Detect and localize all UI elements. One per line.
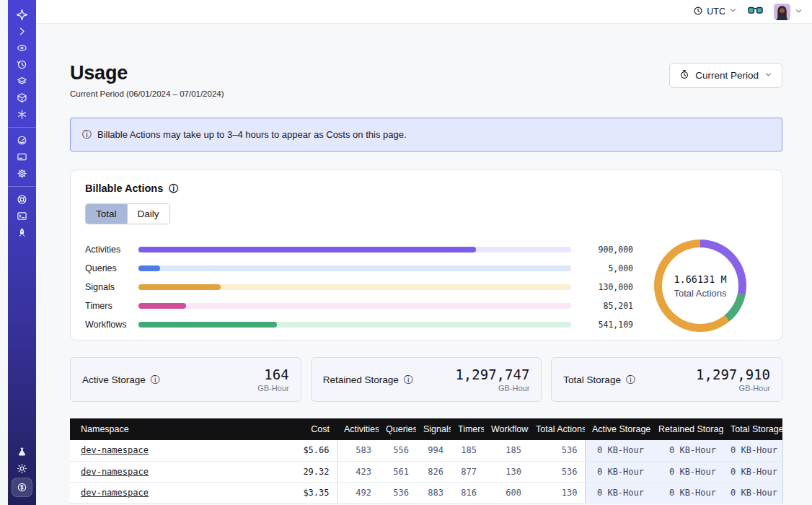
value-cell: $3.35 — [272, 482, 337, 503]
user-menu[interactable] — [774, 4, 803, 20]
value-cell: 883 — [416, 482, 451, 503]
namespace-link[interactable]: dev-namespace — [81, 467, 149, 477]
settings-gear-icon[interactable] — [8, 166, 36, 181]
info-banner: ⓘ Billable Actions may take up to 3–4 ho… — [70, 118, 782, 152]
donut-caption: Total Actions — [674, 288, 727, 299]
bar-label: Signals — [85, 282, 138, 292]
storage-card-value-group: 1,297,910GB-Hour — [696, 366, 770, 392]
namespace-cell: dev-namespace — [70, 461, 272, 482]
theme-sun-icon[interactable] — [8, 461, 36, 476]
storage-card-value: 1,297,910 — [696, 366, 770, 382]
sidebar-divider — [8, 127, 36, 128]
namespace-usage-table-wrap: NamespaceCostActivitiesQueriesSignalsTim… — [70, 418, 782, 504]
page-subtitle: Current Period (06/01/2024 – 07/01/2024) — [70, 89, 224, 98]
clock-icon — [693, 6, 703, 18]
bar-fill — [138, 284, 221, 290]
value-cell: 556 — [379, 440, 416, 461]
col-header-retained-storage: Retained Storage — [651, 418, 723, 440]
bar-row-workflows: Workflows541,109 — [85, 315, 633, 334]
value-cell: 816 — [451, 482, 484, 503]
cube-icon[interactable] — [8, 90, 36, 105]
bar-track — [138, 322, 571, 328]
col-header-workflows: Workflows — [484, 418, 529, 440]
value-cell: 423 — [337, 461, 379, 482]
storage-card-label-text: Total Storage — [563, 374, 621, 385]
main-content: Usage Current Period (06/01/2024 – 07/01… — [36, 24, 812, 505]
info-banner-text: Billable Actions may take up to 3–4 hour… — [97, 129, 407, 140]
total-storage-card: Total Storageⓘ1,297,910GB-Hour — [551, 357, 782, 402]
value-cell: 536 — [529, 461, 585, 482]
value-cell: 0 KB-Hour — [585, 440, 651, 461]
value-cell: 29.32 — [272, 461, 337, 482]
storage-summary-cards: Active Storageⓘ164GB-HourRetained Storag… — [70, 357, 782, 402]
col-header-activities: Activities — [337, 418, 379, 440]
namespace-cell: dev-namespace — [70, 482, 272, 503]
table-row: dev-namespace29.324235618268771305360 KB… — [70, 461, 782, 482]
namespace-link[interactable]: dev-namespace — [81, 488, 149, 498]
bar-label: Queries — [85, 263, 138, 273]
bar-fill — [138, 322, 277, 328]
value-cell: 994 — [416, 440, 451, 461]
bar-row-queries: Queries5,000 — [85, 259, 633, 278]
col-header-cost: Cost — [272, 418, 337, 440]
support-lifebuoy-icon[interactable] — [8, 192, 36, 207]
rocket-icon[interactable] — [8, 225, 36, 240]
namespace-link[interactable]: dev-namespace — [81, 445, 149, 455]
donut-total-value: 1.66131 M — [674, 273, 726, 285]
storage-card-value: 164 — [257, 366, 288, 382]
bar-track — [138, 303, 571, 309]
bar-row-signals: Signals130,000 — [85, 278, 633, 297]
info-icon[interactable]: ⓘ — [626, 375, 635, 385]
chevron-right-icon[interactable] — [8, 24, 36, 39]
namespace-cell: dev-namespace — [70, 440, 272, 461]
billable-actions-card: Billable Actions ⓘ TotalDaily Activities… — [70, 170, 782, 341]
period-dropdown-button[interactable]: Current Period — [669, 63, 782, 88]
info-icon[interactable]: ⓘ — [404, 375, 413, 385]
value-cell: 826 — [416, 461, 451, 482]
storage-card-label: Total Storageⓘ — [563, 374, 635, 385]
page-title: Usage — [70, 62, 224, 84]
docs-terminal-icon[interactable] — [8, 208, 36, 224]
temporal-logo-icon — [8, 7, 36, 22]
tab-total[interactable]: Total — [86, 204, 127, 224]
namespaces-eye-icon[interactable] — [8, 40, 36, 56]
chevron-down-icon — [729, 6, 737, 17]
sidebar-divider — [8, 186, 36, 187]
value-cell: 0 KB-Hour — [723, 482, 782, 503]
value-cell: 0 KB-Hour — [651, 461, 723, 482]
history-clock-icon[interactable] — [8, 57, 36, 72]
bar-label: Timers — [85, 301, 138, 311]
billing-card-icon[interactable] — [8, 149, 36, 164]
value-cell: 185 — [484, 440, 529, 461]
storage-card-label: Retained Storageⓘ — [323, 374, 413, 385]
value-cell: 0 KB-Hour — [723, 440, 782, 461]
active-storage-card: Active Storageⓘ164GB-Hour — [70, 357, 301, 402]
storage-card-value: 1,297,747 — [455, 366, 529, 382]
bar-label: Activities — [85, 245, 138, 255]
tab-daily[interactable]: Daily — [127, 204, 169, 224]
info-icon: ⓘ — [82, 130, 92, 139]
info-icon[interactable]: ⓘ — [151, 375, 160, 385]
value-cell: 0 KB-Hour — [585, 461, 651, 482]
bar-value: 900,000 — [571, 245, 633, 255]
info-icon[interactable]: ⓘ — [169, 184, 178, 193]
value-cell: 600 — [484, 482, 529, 503]
value-cell: 0 KB-Hour — [585, 482, 651, 503]
gauge-icon[interactable] — [8, 133, 36, 148]
value-cell: 877 — [451, 461, 484, 482]
asterisk-icon[interactable] — [8, 107, 36, 122]
storage-card-label-text: Retained Storage — [323, 374, 399, 385]
bar-track — [138, 265, 571, 271]
timezone-selector[interactable]: UTC — [693, 6, 737, 18]
value-cell: 536 — [379, 482, 416, 503]
table-row: dev-namespace$3.354925368838166001300 KB… — [70, 482, 782, 503]
labs-glasses-button[interactable] — [748, 5, 763, 18]
total-daily-tabs: TotalDaily — [85, 203, 170, 224]
bar-track — [138, 284, 571, 290]
labs-flask-icon[interactable] — [8, 444, 36, 460]
bar-fill — [138, 265, 160, 271]
sidebar — [8, 0, 36, 505]
table-row: dev-namespace$5.665835569941851855360 KB… — [70, 440, 782, 461]
layers-icon[interactable] — [8, 74, 36, 89]
usage-dollar-icon[interactable] — [12, 478, 32, 497]
